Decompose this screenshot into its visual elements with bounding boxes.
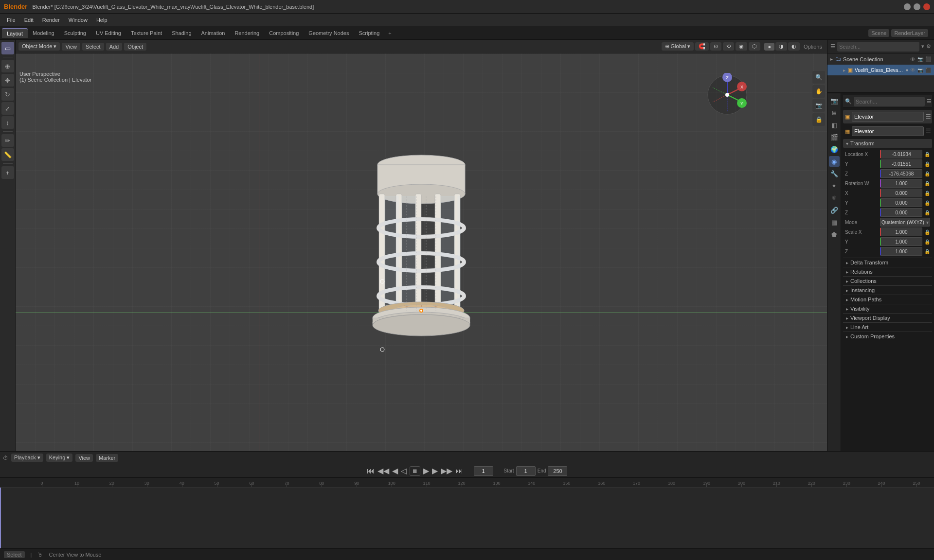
shading-rendered[interactable]: ◐ — [788, 42, 800, 51]
renderlayer-selector[interactable]: RenderLayer — [891, 29, 928, 37]
tab-animation[interactable]: Animation — [197, 29, 230, 37]
outliner-search-input[interactable] — [837, 42, 919, 52]
location-y-lock[interactable]: 🔒 — [924, 161, 930, 167]
tab-layout[interactable]: Layout — [2, 28, 28, 38]
object-data-name-input[interactable] — [852, 126, 924, 136]
prop-icon-world[interactable]: 🌍 — [829, 144, 840, 155]
options-label[interactable]: Options — [802, 44, 824, 50]
navigation-gizmo[interactable]: X Y Z — [705, 73, 749, 117]
lock-button[interactable]: 🔒 — [812, 113, 825, 126]
prev-keyframe-button[interactable]: ◀◀ — [377, 466, 389, 475]
tool-scale[interactable]: ⤢ — [1, 102, 14, 115]
viewport-canvas[interactable]: User Perspective (1) Scene Collection | … — [16, 53, 827, 451]
marker-button[interactable]: Marker — [96, 454, 118, 462]
next-frame-button[interactable]: ▶ — [432, 466, 438, 475]
object-mode-selector[interactable]: Object Mode ▾ — [18, 42, 60, 51]
camera-button[interactable]: 📷 — [812, 99, 825, 112]
outliner-settings-icon[interactable]: ⚙ — [926, 43, 931, 50]
menu-file[interactable]: File — [3, 16, 19, 24]
prop-icon-scene[interactable]: 🎬 — [829, 132, 840, 142]
play-button[interactable]: ▶ — [423, 466, 429, 475]
menu-help[interactable]: Help — [92, 16, 111, 24]
scene-object-row[interactable]: ▸ ▣ Vuelift_Glass_Elevator_White ▾ 👁 📷 ⬛ — [827, 65, 934, 75]
viewport-object-button[interactable]: Object — [124, 43, 146, 51]
tool-measure[interactable]: 📏 — [1, 148, 14, 161]
scale-z-lock[interactable]: 🔒 — [924, 249, 930, 254]
rotation-w-lock[interactable]: 🔒 — [924, 181, 930, 186]
jump-to-start-button[interactable]: ⏮ — [367, 467, 375, 475]
tool-add[interactable]: + — [1, 166, 14, 179]
tab-texture-paint[interactable]: Texture Paint — [126, 29, 167, 37]
select-status-button[interactable]: Select — [4, 551, 25, 558]
timeline-tracks[interactable] — [0, 488, 934, 548]
collection-render-toggle[interactable]: ⬛ — [925, 56, 931, 62]
object-filter-icon[interactable]: ▾ — [906, 68, 908, 73]
outliner-filter-icon[interactable]: ▾ — [921, 43, 924, 50]
tool-move[interactable]: ✥ — [1, 74, 14, 87]
prop-icon-object[interactable]: ◉ — [829, 156, 840, 167]
prop-icon-data[interactable]: ▦ — [829, 217, 840, 228]
rotation-w-field[interactable]: 1.000 — [880, 179, 922, 188]
object-camera-toggle[interactable]: 📷 — [917, 68, 923, 73]
motion-paths-section[interactable]: ▸ Motion Paths — [843, 295, 932, 304]
viewport-overlay-button[interactable]: View — [62, 43, 80, 51]
relations-section[interactable]: ▸ Relations — [843, 267, 932, 276]
object-data-settings[interactable]: ☰ — [926, 128, 931, 135]
scale-y-field[interactable]: 1.000 — [880, 237, 922, 246]
tool-cursor[interactable]: ⊕ — [1, 60, 14, 72]
tab-sculpting[interactable]: Sculpting — [59, 29, 91, 37]
collection-camera-toggle[interactable]: 📷 — [917, 56, 923, 62]
scale-x-field[interactable]: 1.000 — [880, 228, 922, 236]
menu-edit[interactable]: Edit — [20, 16, 37, 24]
scale-x-lock[interactable]: 🔒 — [924, 229, 930, 235]
viewport-global-selector[interactable]: ⊕ Global ▾ — [662, 42, 694, 51]
properties-search-input[interactable] — [854, 97, 925, 106]
current-frame-input[interactable] — [474, 466, 493, 476]
shading-solid[interactable]: ● — [764, 43, 774, 51]
collections-section[interactable]: ▸ Collections — [843, 276, 932, 285]
object-name-input[interactable] — [852, 112, 924, 122]
tool-transform[interactable]: ↕ — [1, 116, 14, 129]
timeline-strip[interactable]: 0 10 20 30 40 50 60 70 80 90 100 110 120… — [0, 478, 934, 548]
rotation-y-lock[interactable]: 🔒 — [924, 200, 930, 206]
keying-button[interactable]: Keying ▾ — [46, 454, 73, 462]
viewport-overlay-toggle[interactable]: ◉ — [736, 42, 747, 51]
scale-z-field[interactable]: 1.000 — [880, 247, 922, 256]
maximize-button[interactable] — [914, 3, 920, 10]
scale-y-lock[interactable]: 🔒 — [924, 239, 930, 245]
tab-modeling[interactable]: Modeling — [28, 29, 59, 37]
rotation-x-lock[interactable]: 🔒 — [924, 191, 930, 196]
prop-icon-constraints[interactable]: 🔗 — [829, 205, 840, 215]
viewport-gizmo-toggle[interactable]: ⟲ — [723, 42, 734, 51]
collection-eye-toggle[interactable]: 👁 — [910, 56, 916, 62]
end-frame-input[interactable] — [548, 466, 567, 476]
rotation-z-lock[interactable]: 🔒 — [924, 210, 930, 215]
play-reverse-button[interactable]: ◁ — [401, 466, 407, 475]
timeline-playhead[interactable] — [0, 488, 1, 548]
scene-selector[interactable]: Scene — [868, 29, 889, 37]
rotation-y-field[interactable]: 0.000 — [880, 198, 922, 207]
location-z-lock[interactable]: 🔒 — [924, 171, 930, 176]
delta-transform-section[interactable]: ▸ Delta Transform — [843, 258, 932, 267]
viewport-add-button[interactable]: Add — [106, 43, 123, 51]
zoom-in-button[interactable]: 🔍 — [812, 71, 825, 84]
prop-icon-render[interactable]: 📷 — [829, 95, 840, 106]
viewport-xray-toggle[interactable]: ⬡ — [749, 42, 760, 51]
snap-button[interactable]: 🧲 — [695, 42, 709, 51]
menu-render[interactable]: Render — [38, 16, 64, 24]
tab-shading[interactable]: Shading — [167, 29, 196, 37]
jump-to-end-button[interactable]: ⏭ — [455, 467, 463, 475]
shading-material[interactable]: ◑ — [775, 42, 787, 51]
location-y-field[interactable]: -0.01551 — [880, 159, 922, 168]
prop-icon-physics[interactable]: ⚛ — [829, 192, 840, 203]
object-settings-icon[interactable]: ☰ — [926, 113, 931, 120]
timeline-view-button[interactable]: View — [75, 454, 93, 462]
add-workspace-button[interactable]: + — [384, 29, 395, 37]
pan-button[interactable]: ✋ — [812, 85, 825, 98]
tool-rotate[interactable]: ↻ — [1, 88, 14, 101]
playback-button[interactable]: Playback ▾ — [11, 454, 43, 462]
transform-section-header[interactable]: ▾ Transform — [843, 139, 932, 148]
instancing-section[interactable]: ▸ Instancing — [843, 285, 932, 295]
viewport-select-button[interactable]: Select — [82, 43, 104, 51]
tab-compositing[interactable]: Compositing — [264, 29, 304, 37]
